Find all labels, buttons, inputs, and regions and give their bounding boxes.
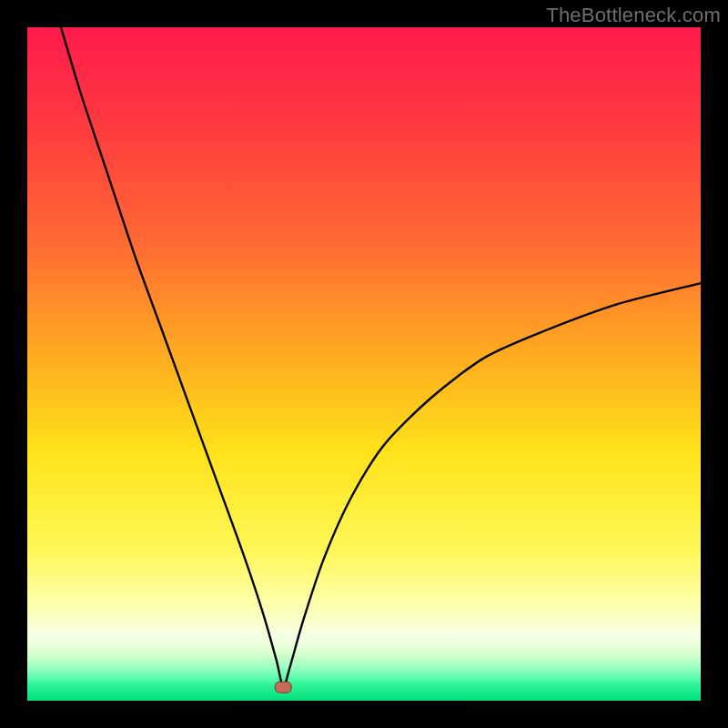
chart-frame	[27, 27, 701, 701]
watermark-text: TheBottleneck.com	[546, 4, 721, 27]
bottleneck-chart	[27, 27, 701, 701]
optimal-point-marker	[275, 682, 291, 693]
gradient-background	[27, 27, 701, 701]
